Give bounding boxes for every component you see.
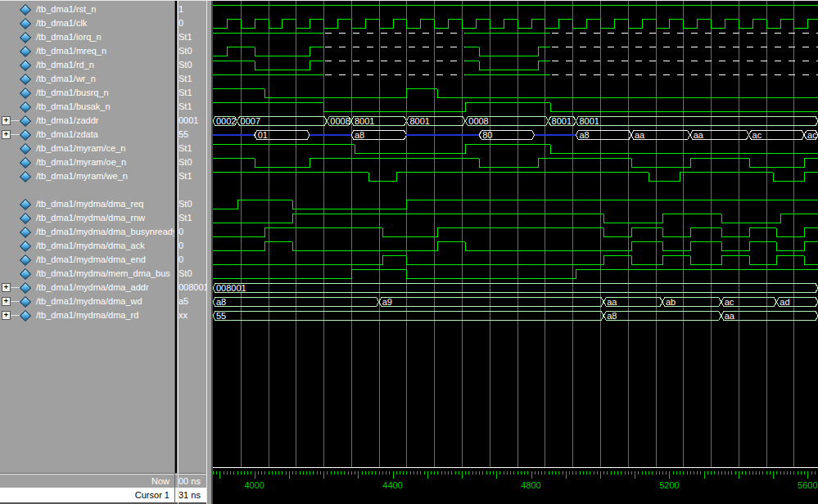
signal-diamond-icon (20, 296, 31, 308)
signal-value: 0 (179, 225, 206, 239)
signal-row[interactable]: +/tb_dma1/zdata (0, 128, 174, 142)
expand-connector (11, 301, 20, 302)
signal-diamond-icon (20, 282, 31, 294)
svg-text:ac: ac (807, 130, 817, 140)
svg-text:8001: 8001 (355, 116, 374, 126)
svg-text:01: 01 (258, 130, 268, 140)
signal-name: /tb_dma1/mydma/dma_req (36, 197, 143, 211)
expand-plus-icon[interactable]: + (2, 297, 11, 306)
signal-value: 0 (179, 253, 206, 267)
svg-text:0002: 0002 (216, 116, 236, 126)
wave-trace: 00020007000880018001000880018001 (213, 116, 818, 126)
signal-value: St0 (179, 155, 206, 169)
signal-diamond-icon (20, 4, 31, 16)
signal-names-panel: /tb_dma1/rst_n/tb_dma1/clk/tb_dma1/iorq_… (0, 1, 174, 473)
signal-row[interactable]: /tb_dma1/mydma/dma_rnw (0, 211, 174, 225)
signal-value: St1 (179, 72, 206, 86)
expand-plus-icon[interactable]: + (2, 116, 11, 125)
signal-row[interactable]: /tb_dma1/mydma/mem_dma_bus (0, 267, 174, 281)
signal-row[interactable]: /tb_dma1/mydma/dma_busynready (0, 225, 174, 239)
signal-row[interactable]: /tb_dma1/myram/we_n (0, 169, 174, 183)
values-wave-splitter[interactable] (206, 1, 213, 504)
signal-row[interactable]: /tb_dma1/mreq_n (0, 44, 174, 58)
svg-text:a8: a8 (216, 297, 226, 307)
signal-values-panel: 10St1St0St0St1St1St1000155St1St0St1St0St… (177, 1, 206, 473)
signal-name: /tb_dma1/iorq_n (36, 30, 102, 44)
svg-text:ad: ad (780, 297, 789, 307)
signal-name: /tb_dma1/mydma/dma_end (36, 253, 146, 267)
wave-trace (213, 159, 818, 168)
signal-row[interactable]: /tb_dma1/rd_n (0, 58, 174, 72)
signal-value: xx (179, 308, 206, 322)
signal-diamond-icon (20, 88, 31, 99)
wave-trace (213, 200, 818, 209)
signal-row[interactable]: /tb_dma1/myram/ce_n (0, 142, 174, 155)
signal-name: /tb_dma1/mydma/dma_ack (36, 239, 145, 253)
signal-row[interactable]: /tb_dma1/clk (0, 16, 174, 30)
signal-name: /tb_dma1/mydma/dma_busynready (36, 225, 174, 239)
signal-diamond-icon (20, 74, 31, 85)
names-values-splitter[interactable] (174, 1, 179, 504)
signal-value: St0 (179, 197, 206, 211)
signal-name: /tb_dma1/mydma/mem_dma_bus (36, 267, 170, 281)
signal-diamond-icon (20, 101, 31, 113)
signal-diamond-icon (20, 268, 31, 280)
expand-plus-icon[interactable]: + (2, 283, 11, 292)
expand-plus-icon[interactable]: + (2, 130, 11, 139)
svg-text:ac: ac (725, 297, 734, 307)
signal-diamond-icon (20, 115, 31, 127)
svg-text:aa: aa (635, 130, 645, 140)
svg-text:4400: 4400 (382, 480, 402, 490)
svg-text:aa: aa (607, 297, 617, 307)
signal-name: /tb_dma1/mydma/dma_rnw (36, 211, 145, 225)
signal-value: St1 (179, 30, 206, 44)
svg-text:a8: a8 (355, 130, 364, 140)
cursor-bar[interactable]: Cursor 1 31 ns (0, 488, 213, 502)
signal-row[interactable]: +/tb_dma1/zaddr (0, 114, 174, 128)
svg-text:aa: aa (694, 130, 704, 140)
signal-diamond-icon (20, 32, 31, 43)
signal-row[interactable]: /tb_dma1/mydma/dma_end (0, 253, 174, 267)
signal-row[interactable]: /tb_dma1/iorq_n (0, 30, 174, 44)
signal-value: St0 (179, 58, 206, 72)
svg-text:80: 80 (482, 130, 492, 140)
svg-text:4800: 4800 (521, 480, 540, 490)
wave-trace: 01a880a8aaaaacac (213, 130, 818, 140)
wave-trace: 008001 (213, 283, 818, 293)
wave-trace (213, 47, 818, 56)
signal-row[interactable]: /tb_dma1/myram/oe_n (0, 155, 174, 169)
svg-text:8001: 8001 (552, 116, 572, 126)
signal-value: 0001 (179, 114, 206, 128)
signal-row[interactable]: +/tb_dma1/mydma/dma_wd (0, 295, 174, 308)
signal-row[interactable]: /tb_dma1/wr_n (0, 72, 174, 86)
expand-plus-icon[interactable]: + (2, 311, 11, 320)
svg-text:aa: aa (725, 311, 735, 321)
wave-trace (213, 173, 818, 182)
signal-row[interactable]: /tb_dma1/busak_n (0, 100, 174, 114)
wave-trace (213, 256, 818, 265)
timeline-ruler[interactable]: 40004400480052005600 (213, 468, 818, 491)
signal-row[interactable]: /tb_dma1/mydma/dma_req (0, 197, 174, 211)
expand-connector (11, 287, 20, 288)
wave-canvas[interactable]: 0002000700088001800100088001800101a880a8… (213, 1, 818, 504)
svg-text:4000: 4000 (244, 480, 264, 490)
signal-row[interactable]: /tb_dma1/mydma/dma_ack (0, 239, 174, 253)
signal-diamond-icon (20, 157, 31, 169)
signal-diamond-icon (20, 241, 31, 252)
signal-diamond-icon (20, 227, 31, 238)
signal-value: St1 (179, 169, 206, 183)
wave-trace (213, 20, 818, 29)
signal-value: St0 (179, 267, 206, 281)
signal-name: /tb_dma1/zdata (36, 128, 98, 142)
signal-row[interactable]: +/tb_dma1/mydma/dma_rd (0, 308, 174, 322)
signal-diamond-icon (20, 254, 31, 266)
signal-row[interactable]: +/tb_dma1/mydma/dma_addr (0, 281, 174, 295)
signal-diamond-icon (20, 310, 31, 322)
svg-text:8001: 8001 (579, 116, 599, 126)
wave-trace (213, 228, 818, 237)
signal-row[interactable]: /tb_dma1/busrq_n (0, 86, 174, 100)
signal-diamond-icon (20, 199, 31, 210)
signal-value: 0 (179, 239, 206, 253)
wave-window: /tb_dma1/rst_n/tb_dma1/clk/tb_dma1/iorq_… (0, 0, 818, 504)
signal-row[interactable]: /tb_dma1/rst_n (0, 2, 174, 16)
